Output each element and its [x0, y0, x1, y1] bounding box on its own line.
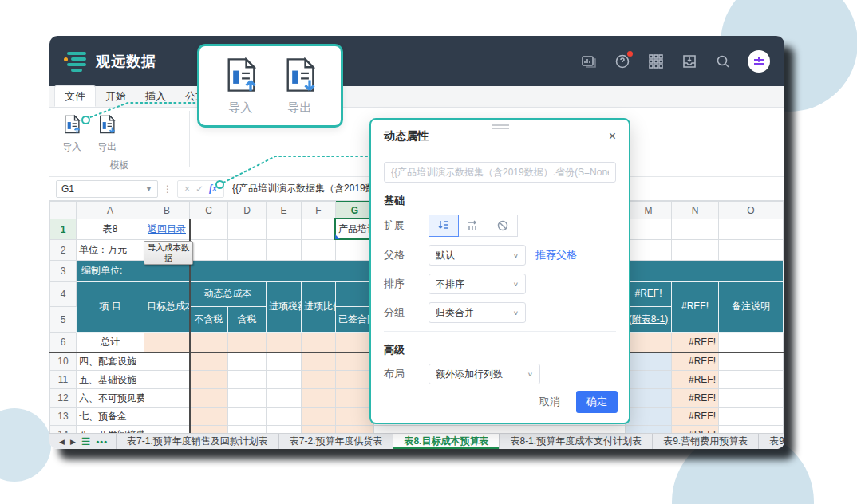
row-header-11[interactable]: 11 — [50, 371, 77, 389]
cell[interactable] — [144, 371, 190, 389]
back-to-catalog-link[interactable]: 返回目录 — [148, 223, 186, 234]
cell[interactable] — [190, 219, 228, 240]
cell[interactable] — [336, 352, 374, 371]
header-cell-input-ratio[interactable]: 进项比例 — [302, 282, 336, 333]
select-all-corner[interactable] — [50, 202, 77, 219]
cell[interactable] — [190, 240, 228, 261]
header-cell-item[interactable]: 项 目 — [77, 282, 144, 333]
col-header-b[interactable]: B — [144, 202, 190, 219]
group-select[interactable]: 归类合并 ∨ — [428, 302, 526, 323]
cell[interactable] — [267, 371, 302, 389]
cell-n10-ref-error[interactable]: #REF! — [672, 352, 719, 371]
cell-n12-ref-error[interactable]: #REF! — [672, 389, 719, 408]
cell-a6[interactable]: 总计 — [77, 333, 144, 352]
cell[interactable] — [190, 408, 228, 426]
cell-n6-ref-error[interactable]: #REF! — [672, 333, 719, 352]
search-icon[interactable] — [714, 53, 732, 70]
cell-n13-ref-error[interactable]: #REF! — [672, 408, 719, 426]
cell[interactable] — [228, 408, 267, 426]
cell[interactable] — [626, 240, 672, 261]
cell[interactable] — [302, 352, 336, 371]
cell[interactable] — [719, 333, 784, 352]
cell[interactable] — [267, 240, 302, 261]
header-cell-dynamic-cost[interactable]: 动态总成本 — [190, 282, 267, 307]
cell[interactable] — [719, 240, 784, 261]
tab-home[interactable]: 开始 — [96, 85, 136, 107]
cell[interactable] — [626, 389, 672, 408]
cell[interactable] — [302, 219, 336, 240]
sheet-tab-0[interactable]: 表7-1.预算年度销售及回款计划表 — [116, 434, 278, 449]
formula-confirm-icon[interactable]: ✓ — [195, 183, 203, 195]
header-cell-signed[interactable]: 已签合同总额 — [336, 307, 374, 333]
cell-a1[interactable]: 表8 — [77, 219, 144, 240]
sort-select[interactable]: 不排序 ∨ — [428, 274, 526, 294]
close-icon[interactable]: × — [609, 130, 616, 143]
header-cell-ref-n[interactable]: #REF! — [672, 282, 719, 333]
cell-n11-ref-error[interactable]: #REF! — [672, 371, 719, 389]
header-cell-g4[interactable] — [336, 282, 374, 307]
expand-horizontal-option[interactable] — [458, 215, 488, 237]
header-cell-ref-m[interactable]: #REF! — [626, 282, 672, 307]
cell[interactable] — [144, 352, 190, 371]
sheet-tab-1[interactable]: 表7-2.预算年度供货表 — [278, 434, 393, 449]
header-cell-ref-m-sub[interactable]: (附表8-1) — [626, 307, 672, 333]
next-sheet-icon[interactable]: ▶ — [70, 438, 76, 446]
cell[interactable] — [302, 408, 336, 426]
recommend-parent-link[interactable]: 推荐父格 — [535, 248, 577, 262]
cell[interactable] — [228, 333, 267, 352]
header-cell-input-tax[interactable]: 进项税额 — [267, 282, 302, 333]
header-cell-note[interactable]: 备注说明 — [719, 282, 784, 333]
export-button[interactable]: 导出 — [91, 114, 123, 154]
cell-a2[interactable]: 单位：万元 — [77, 240, 144, 261]
parent-cell-select[interactable]: 默认 ∨ — [428, 245, 526, 266]
cell[interactable] — [228, 352, 267, 371]
cell[interactable] — [228, 240, 267, 261]
cell-a11[interactable]: 五、基础设施 — [77, 371, 144, 389]
dialog-drag-handle[interactable] — [492, 124, 509, 131]
header-cell-target-cost[interactable]: 目标总成本 — [144, 282, 190, 333]
cell[interactable] — [626, 333, 672, 352]
row-header-4[interactable]: 4 — [50, 282, 77, 307]
inbox-icon[interactable] — [681, 53, 698, 70]
cell[interactable] — [302, 240, 336, 261]
cell[interactable] — [626, 408, 672, 426]
row-header-10[interactable]: 10 — [50, 352, 77, 371]
cell[interactable] — [144, 389, 190, 408]
col-header-m[interactable]: M — [626, 202, 672, 219]
col-header-g-selected[interactable]: G — [336, 202, 374, 219]
import-cost-data-button[interactable]: 导入成本数据 — [144, 241, 193, 265]
row-header-2[interactable]: 2 — [50, 240, 77, 261]
cell-a13[interactable]: 七、预备金 — [77, 408, 144, 426]
row-header-1[interactable]: 1 — [50, 219, 77, 240]
help-icon[interactable] — [614, 53, 631, 70]
cell-a10[interactable]: 四、配套设施 — [77, 352, 144, 371]
cell[interactable] — [336, 389, 374, 408]
cell[interactable] — [626, 352, 672, 371]
cell[interactable] — [336, 333, 374, 352]
cell[interactable] — [228, 219, 267, 240]
apps-grid-icon[interactable] — [647, 53, 665, 70]
cell[interactable] — [626, 219, 672, 240]
header-cell-inctax[interactable]: 含税 — [228, 307, 267, 333]
tab-file[interactable]: 文件 — [54, 85, 96, 107]
cell[interactable] — [302, 333, 336, 352]
sheet-tab-5[interactable]: 表9-1.预算年度营销推广费用表 — [758, 434, 784, 449]
cell[interactable] — [267, 408, 302, 426]
sheet-list-icon[interactable]: ☰ — [81, 436, 91, 447]
cell[interactable] — [267, 389, 302, 408]
cell-b1[interactable]: 返回目录 — [144, 219, 190, 240]
callout-export[interactable]: 导出 — [281, 56, 319, 116]
cell[interactable] — [267, 219, 302, 240]
cell[interactable] — [302, 389, 336, 408]
row-header-6[interactable]: 6 — [50, 333, 77, 352]
cell[interactable] — [672, 240, 719, 261]
cell[interactable] — [719, 219, 784, 240]
row-header-5[interactable]: 5 — [50, 307, 77, 333]
expand-vertical-option[interactable] — [428, 215, 459, 237]
col-header-f[interactable]: F — [302, 202, 336, 219]
cancel-button[interactable]: 取消 — [535, 391, 565, 413]
layout-select[interactable]: 额外添加行列数 ∨ — [428, 364, 540, 384]
cell[interactable] — [190, 389, 228, 408]
confirm-button[interactable]: 确定 — [576, 391, 618, 413]
expand-none-option[interactable] — [488, 215, 518, 237]
